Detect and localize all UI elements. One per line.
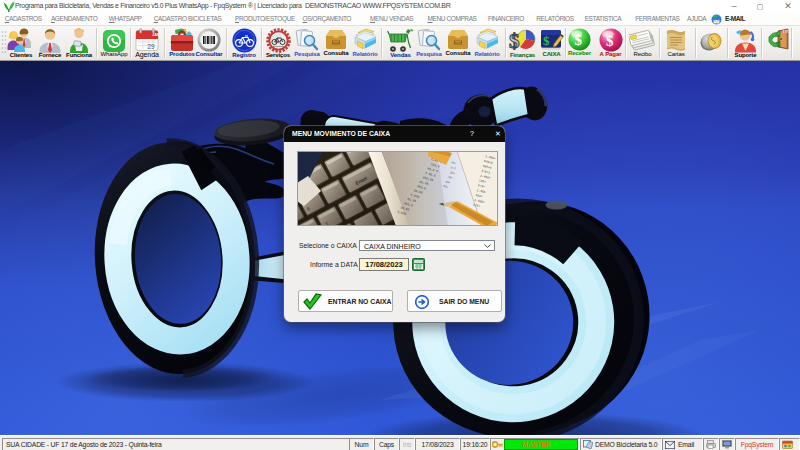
svg-text:$: $: [509, 29, 520, 53]
svg-text:$: $: [575, 32, 583, 48]
svg-text:EXIT: EXIT: [782, 30, 788, 34]
svg-text:$: $: [543, 33, 550, 48]
svg-text:29: 29: [148, 43, 156, 50]
svg-text:$: $: [606, 33, 614, 49]
